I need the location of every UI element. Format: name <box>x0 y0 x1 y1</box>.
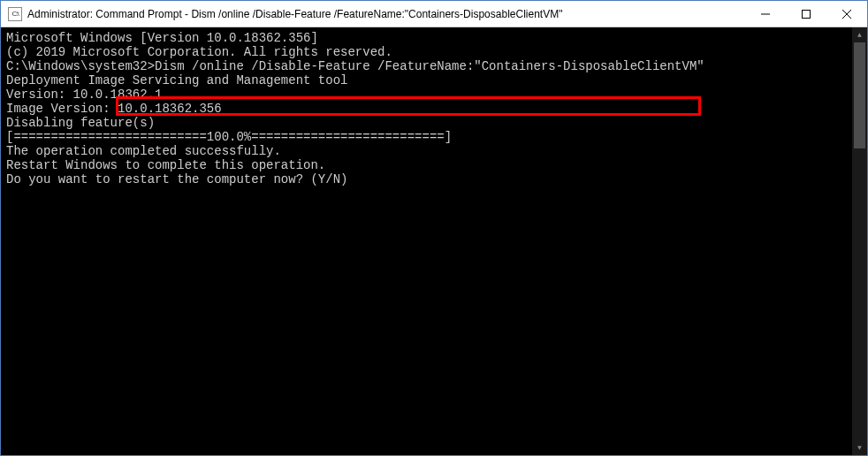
svg-rect-1 <box>803 10 811 18</box>
terminal-body: Microsoft Windows [Version 10.0.18362.35… <box>1 27 867 455</box>
command-line: C:\Windows\system32>Dism /online /Disabl… <box>6 59 847 73</box>
scroll-down-arrow-icon[interactable]: ▼ <box>852 440 867 455</box>
maximize-icon <box>802 10 811 19</box>
close-button[interactable] <box>826 1 867 27</box>
vertical-scrollbar[interactable]: ▲ ▼ <box>852 27 867 455</box>
terminal-content[interactable]: Microsoft Windows [Version 10.0.18362.35… <box>1 27 852 455</box>
output-line: (c) 2019 Microsoft Corporation. All righ… <box>6 45 847 59</box>
output-line: Image Version: 10.0.18362.356 <box>6 102 847 116</box>
command-prompt-window: C:\ Administrator: Command Prompt - Dism… <box>0 0 868 456</box>
titlebar[interactable]: C:\ Administrator: Command Prompt - Dism… <box>1 1 867 27</box>
cmd-icon: C:\ <box>8 7 22 21</box>
output-line: Deployment Image Servicing and Managemen… <box>6 73 847 87</box>
scroll-up-arrow-icon[interactable]: ▲ <box>852 27 867 42</box>
window-title: Administrator: Command Prompt - Dism /on… <box>27 8 745 20</box>
maximize-button[interactable] <box>786 1 826 27</box>
output-line: Version: 10.0.18362.1 <box>6 87 847 102</box>
minimize-icon <box>761 10 770 19</box>
output-line: Microsoft Windows [Version 10.0.18362.35… <box>6 31 847 45</box>
progress-bar-line: [==========================100.0%=======… <box>6 130 847 144</box>
output-line: Disabling feature(s) <box>6 116 847 130</box>
scrollbar-thumb[interactable] <box>854 42 865 148</box>
output-line: Restart Windows to complete this operati… <box>6 158 847 172</box>
minimize-button[interactable] <box>745 1 786 27</box>
output-line: Do you want to restart the computer now?… <box>6 172 847 186</box>
output-line: The operation completed successfully. <box>6 144 847 158</box>
window-controls <box>745 1 867 27</box>
close-icon <box>842 10 851 19</box>
